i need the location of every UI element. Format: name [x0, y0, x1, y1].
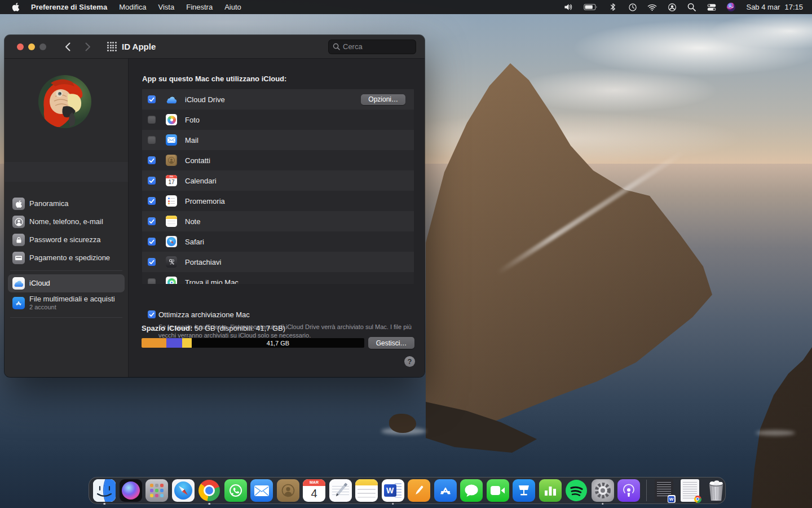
menubar-date: Sab 4 mar	[746, 3, 780, 11]
window-title: ID Apple	[122, 42, 156, 51]
optimize-storage-checkbox[interactable]	[148, 310, 156, 318]
window-titlebar[interactable]: ID Apple	[5, 35, 425, 59]
app-row-mail: Mail	[142, 130, 414, 150]
spotlight-icon[interactable]	[687, 2, 696, 12]
show-all-grid-icon[interactable]	[107, 42, 117, 51]
sidebar-item-label: Panoramica	[29, 200, 68, 208]
dock-item-system-preferences[interactable]	[590, 478, 615, 503]
system-preferences-window: ID Apple	[5, 35, 425, 377]
checkbox-safari[interactable]	[148, 238, 156, 246]
menu-bar: Preferenze di Sistema ModificaVistaFines…	[0, 0, 812, 14]
dock-item-whatsapp[interactable]	[223, 478, 248, 503]
checkbox-promemoria[interactable]	[148, 197, 156, 205]
menubar-menu-finestra[interactable]: Finestra	[186, 3, 213, 11]
icloud-storage-label: Spazio iCloud: 50 GB (disponibili: 41,7 …	[142, 324, 285, 332]
battery-icon[interactable]	[584, 2, 598, 12]
dock-item-launchpad[interactable]	[144, 478, 169, 503]
menubar-menu-vista[interactable]: Vista	[158, 3, 175, 11]
dock-item-textedit[interactable]	[328, 478, 353, 503]
sidebar-item-pagamento-e-spedizione[interactable]: Pagamento e spedizione	[5, 249, 128, 267]
manage-storage-button[interactable]: Gestisci…	[368, 337, 414, 349]
help-button[interactable]: ?	[404, 356, 415, 367]
checkbox-mail[interactable]	[148, 136, 156, 144]
sidebar-item-panoramica[interactable]: Panoramica	[5, 195, 128, 213]
app-menu-title[interactable]: Preferenze di Sistema	[31, 3, 107, 11]
dock-item-safari[interactable]	[171, 478, 196, 503]
dock-item-contacts[interactable]	[276, 478, 301, 503]
options-button[interactable]: Opzioni…	[361, 94, 405, 105]
app-label-calendari: Calendari	[185, 177, 217, 185]
dock-item-finder[interactable]	[92, 478, 117, 503]
checkbox-icloud-drive[interactable]	[148, 95, 156, 103]
checkbox-contatti[interactable]	[148, 156, 156, 164]
search-input[interactable]	[343, 42, 405, 51]
dock-item-podcasts[interactable]	[616, 478, 641, 503]
dock-item-trash[interactable]	[704, 478, 729, 503]
sidebar-divider	[10, 317, 122, 318]
running-indicator	[392, 503, 394, 505]
segment-indigo	[166, 338, 182, 348]
dock-item-notes[interactable]	[354, 478, 379, 503]
app-row-calendari: JUL17Calendari	[142, 170, 414, 191]
wifi-icon[interactable]	[647, 2, 657, 12]
dock-item-spotify[interactable]	[564, 478, 589, 503]
app-label-icloud-drive: iCloud Drive	[185, 95, 225, 104]
dock-item-window-thumb-word[interactable]: W	[651, 478, 676, 503]
sidebar-item-icloud[interactable]: iCloud	[8, 274, 125, 292]
menubar-menu-modifica[interactable]: Modifica	[119, 3, 146, 11]
dock-item-siri[interactable]	[118, 478, 143, 503]
volume-icon[interactable]	[564, 2, 573, 12]
bluetooth-icon[interactable]	[608, 2, 617, 12]
account-icon[interactable]	[667, 2, 677, 12]
dock-item-keynote[interactable]	[511, 478, 536, 503]
checkbox-foto[interactable]	[148, 116, 156, 124]
dock-item-numbers[interactable]	[538, 478, 563, 503]
card-icon	[12, 252, 25, 264]
app-row-portachiavi: Portachiavi	[142, 252, 414, 272]
dock-item-appstore[interactable]	[433, 478, 458, 503]
wallpaper-corner-surf	[756, 430, 795, 436]
zoom-button[interactable]	[39, 43, 46, 50]
control-center-icon[interactable]	[707, 2, 716, 12]
dock-item-word[interactable]: W	[381, 478, 405, 503]
sidebar-item-password-e-sicurezza[interactable]: Password e sicurezza	[5, 231, 128, 249]
search-field[interactable]	[328, 40, 416, 54]
checkbox-portachiavi[interactable]	[148, 258, 156, 266]
photos-icon	[166, 114, 177, 125]
findmy-icon	[166, 277, 177, 284]
dock-item-messages[interactable]	[459, 478, 484, 503]
menubar-menu-aiuto[interactable]: Aiuto	[224, 3, 241, 11]
dock-item-mail[interactable]	[249, 478, 274, 503]
back-button[interactable]	[61, 40, 74, 54]
dock-item-pages[interactable]	[407, 478, 431, 503]
sidebar-divider	[10, 270, 122, 271]
menubar-clock[interactable]: Sab 4 mar17:15	[746, 3, 803, 11]
apple-menu-icon[interactable]	[12, 2, 20, 12]
sidebar-item-label: Pagamento e spedizione	[29, 254, 110, 262]
contacts-icon	[166, 155, 177, 166]
siri-icon[interactable]	[726, 2, 736, 12]
time-machine-icon[interactable]	[628, 2, 637, 12]
app-row-note: Note	[142, 211, 414, 231]
minimize-button[interactable]	[28, 43, 35, 50]
sidebar-item-label: Password e sicurezza	[29, 236, 100, 244]
dock-item-window-thumb-chrome[interactable]	[678, 478, 703, 503]
sidebar-item-nome-telefono-e-mail[interactable]: Nome, telefono, e-mail	[5, 213, 128, 231]
app-list-header: App su questo Mac che utilizzano iCloud:	[142, 75, 286, 83]
app-label-trova-il-mio-mac: Trova il mio Mac	[185, 278, 239, 284]
dock-item-chrome[interactable]	[197, 478, 222, 503]
close-button[interactable]	[17, 43, 24, 50]
notes-icon	[166, 216, 177, 227]
icloud-icon	[12, 277, 25, 290]
keychain-icon	[166, 256, 177, 268]
storage-free-label: 41,7 GB	[192, 338, 364, 348]
user-avatar[interactable]	[38, 75, 91, 128]
checkbox-calendari[interactable]	[148, 177, 156, 185]
dock-item-calendar[interactable]: MAR4	[302, 478, 326, 503]
forward-button[interactable]	[81, 40, 95, 54]
dock-item-facetime[interactable]	[486, 478, 510, 503]
checkbox-trova-il-mio-mac[interactable]	[148, 278, 156, 284]
person-icon	[12, 216, 25, 228]
sidebar-item-file-multimediali-e-acquisti[interactable]: File multimediali e acquisti2 account	[5, 292, 128, 314]
checkbox-note[interactable]	[148, 217, 156, 225]
